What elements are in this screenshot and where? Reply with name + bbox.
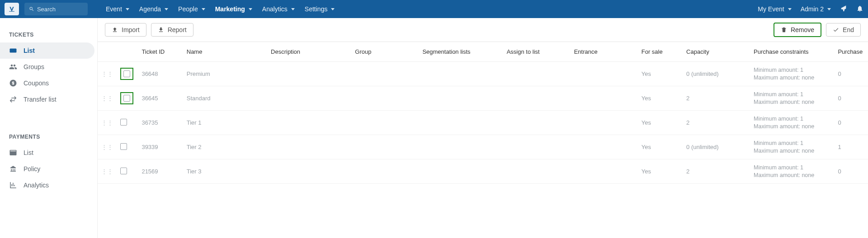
import-label: Import [122, 26, 140, 33]
sidebar-item-label: Coupons [24, 79, 49, 87]
th-assign[interactable]: Assign to list [503, 42, 571, 62]
constraint-min: Minimum amount: 1 [754, 115, 830, 122]
cell-empty [571, 159, 638, 184]
drag-handle-icon[interactable]: ⋮⋮ [101, 119, 113, 126]
sidebar-item-groups[interactable]: Groups [0, 59, 97, 75]
chevron-down-icon [202, 8, 205, 10]
remove-button[interactable]: Remove [774, 23, 821, 37]
th-capacity[interactable]: Capacity [683, 42, 750, 62]
row-checkbox[interactable] [123, 70, 130, 77]
sidebar-section-payments: PAYMENTS [0, 130, 97, 145]
cell-empty [419, 135, 503, 159]
th-constraints[interactable]: Purchase constraints [750, 42, 834, 62]
nav-label: Analytics [262, 5, 288, 13]
cell-empty [571, 86, 638, 111]
th-ticket-id[interactable]: Ticket ID [138, 42, 183, 62]
cell-purchase: 0 [834, 159, 868, 184]
cell-id: 36648 [138, 62, 183, 86]
constraint-min: Minimum amount: 1 [754, 66, 830, 74]
event-selector-label: My Event [758, 5, 784, 13]
cell-empty [503, 135, 571, 159]
announce-icon[interactable] [840, 5, 847, 14]
th-name[interactable]: Name [183, 42, 267, 62]
th-group[interactable]: Group [351, 42, 419, 62]
cell-name: Standard [183, 86, 267, 111]
th-for-sale[interactable]: For sale [638, 42, 683, 62]
table-row[interactable]: ⋮⋮39339Tier 2Yes0 (unlimited)Minimum amo… [98, 135, 868, 159]
th-segmentation[interactable]: Segmentation lists [419, 42, 503, 62]
event-selector[interactable]: My Event [758, 5, 791, 13]
sidebar-item-coupons[interactable]: Coupons [0, 75, 97, 91]
cell-empty [267, 111, 351, 135]
brand-logo[interactable] [5, 3, 19, 15]
cell-empty [571, 135, 638, 159]
drag-handle-icon[interactable]: ⋮⋮ [101, 168, 113, 175]
cell-constraints: Minimum amount: 1Maximum amount: none [750, 86, 834, 111]
cell-empty [351, 135, 419, 159]
user-menu[interactable]: Admin 2 [801, 5, 831, 13]
cell-forsale: Yes [638, 159, 683, 184]
nav-analytics[interactable]: Analytics [262, 5, 295, 13]
import-button[interactable]: Import [105, 23, 146, 37]
table-row[interactable]: ⋮⋮36648PremiumYes0 (unlimited)Minimum am… [98, 62, 868, 86]
cell-constraints: Minimum amount: 1Maximum amount: none [750, 111, 834, 135]
row-checkbox[interactable] [120, 119, 127, 126]
bell-icon[interactable] [856, 5, 863, 14]
th-entrance[interactable]: Entrance [571, 42, 638, 62]
trash-icon [781, 27, 787, 33]
cell-empty [351, 111, 419, 135]
end-button[interactable]: End [826, 23, 861, 37]
nav-marketing[interactable]: Marketing [215, 5, 252, 13]
sidebar-item-analytics[interactable]: Analytics [0, 177, 97, 193]
chevron-down-icon [249, 8, 252, 10]
cell-empty [419, 86, 503, 111]
nav-settings[interactable]: Settings [305, 5, 335, 13]
drag-handle-icon[interactable]: ⋮⋮ [101, 70, 113, 77]
checkbox-highlight [120, 68, 133, 80]
chevron-down-icon [291, 8, 295, 10]
cell-empty [267, 62, 351, 86]
cell-empty [571, 111, 638, 135]
th-description[interactable]: Description [267, 42, 351, 62]
table-row[interactable]: ⋮⋮21569Tier 3Yes2Minimum amount: 1Maximu… [98, 159, 868, 184]
cell-empty [267, 135, 351, 159]
row-checkbox[interactable] [123, 95, 130, 102]
sidebar-item-list[interactable]: List [0, 145, 97, 161]
content-area: Import Report Remove End [98, 18, 868, 238]
th-purchase[interactable]: Purchase [834, 42, 868, 62]
search-input[interactable] [37, 6, 83, 13]
cell-id: 36645 [138, 86, 183, 111]
cell-capacity: 2 [683, 86, 750, 111]
row-checkbox[interactable] [120, 143, 127, 150]
nav-agenda[interactable]: Agenda [139, 5, 168, 13]
table-row[interactable]: ⋮⋮36735Tier 1Yes2Minimum amount: 1Maximu… [98, 111, 868, 135]
row-checkbox[interactable] [120, 168, 127, 174]
drag-handle-icon[interactable]: ⋮⋮ [101, 144, 113, 150]
nav-label: Settings [305, 5, 328, 13]
nav-people[interactable]: People [178, 5, 205, 13]
cell-capacity: 0 (unlimited) [683, 62, 750, 86]
report-label: Report [168, 26, 187, 33]
table-row[interactable]: ⋮⋮36645StandardYes2Minimum amount: 1Maxi… [98, 86, 868, 111]
constraint-max: Maximum amount: none [754, 172, 830, 179]
sidebar-item-label: List [24, 149, 33, 156]
sidebar-item-list[interactable]: List [0, 42, 94, 59]
cell-forsale: Yes [638, 86, 683, 111]
ticket-icon [9, 47, 17, 55]
sidebar-item-transfer-list[interactable]: Transfer list [0, 91, 97, 107]
cell-empty [351, 159, 419, 184]
report-button[interactable]: Report [151, 23, 193, 37]
search-field[interactable] [24, 3, 88, 15]
nav-event[interactable]: Event [106, 5, 129, 13]
check-icon [833, 27, 839, 33]
cell-constraints: Minimum amount: 1Maximum amount: none [750, 135, 834, 159]
cell-forsale: Yes [638, 62, 683, 86]
topbar-right: My Event Admin 2 [758, 5, 863, 14]
cell-empty [267, 159, 351, 184]
cell-empty [351, 86, 419, 111]
sidebar-item-label: Groups [24, 63, 44, 70]
card-icon [9, 149, 17, 157]
sidebar-item-policy[interactable]: Policy [0, 161, 97, 177]
transfer-icon [9, 95, 17, 103]
drag-handle-icon[interactable]: ⋮⋮ [101, 95, 113, 102]
